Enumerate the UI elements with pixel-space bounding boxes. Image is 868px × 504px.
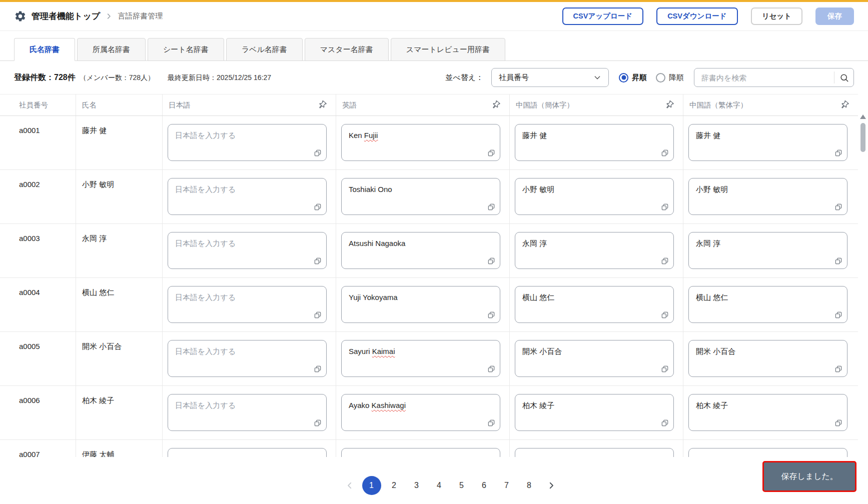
expand-icon[interactable]: [314, 149, 322, 157]
english-value: Toshiaki Ono: [349, 185, 392, 194]
column-name: 氏名: [76, 94, 163, 116]
chinese-traditional-value: 小野 敏明: [696, 185, 728, 194]
expand-icon[interactable]: [487, 311, 495, 319]
page-prev-icon[interactable]: [341, 476, 359, 494]
japanese-textbox[interactable]: 日本語を入力する: [168, 124, 327, 161]
page-button-1[interactable]: 1: [362, 476, 381, 495]
english-textbox[interactable]: Ken Fujii: [341, 124, 500, 161]
tab-master-dictionary[interactable]: マスター名辞書: [305, 38, 389, 61]
chinese-traditional-textbox[interactable]: 永岡 淳: [688, 232, 847, 269]
expand-icon[interactable]: [661, 419, 669, 427]
expand-icon[interactable]: [834, 149, 842, 157]
tab-label-dictionary[interactable]: ラベル名辞書: [226, 38, 303, 61]
japanese-textbox[interactable]: 日本語を入力する: [168, 178, 327, 215]
pin-icon[interactable]: [318, 100, 327, 110]
save-button[interactable]: 保存: [815, 8, 854, 25]
csv-upload-button[interactable]: CSVアップロード: [562, 8, 644, 25]
scrollbar[interactable]: [859, 112, 867, 458]
expand-icon[interactable]: [314, 365, 322, 373]
tab-smart-review-dictionary[interactable]: スマートレビュー用辞書: [391, 38, 505, 61]
expand-icon[interactable]: [314, 257, 322, 265]
expand-icon[interactable]: [314, 311, 322, 319]
japanese-textbox[interactable]: [168, 448, 327, 457]
expand-icon[interactable]: [487, 365, 495, 373]
expand-icon[interactable]: [834, 311, 842, 319]
pin-icon[interactable]: [491, 100, 500, 110]
english-textbox[interactable]: [341, 448, 500, 457]
chinese-simplified-textbox[interactable]: 柏木 綾子: [515, 394, 674, 431]
expand-icon[interactable]: [487, 257, 495, 265]
expand-icon[interactable]: [314, 203, 322, 211]
page-button-8[interactable]: 8: [520, 476, 539, 495]
pin-icon[interactable]: [840, 100, 849, 110]
chinese-traditional-textbox[interactable]: 横山 悠仁: [688, 286, 847, 323]
chinese-traditional-textbox[interactable]: 藤井 健: [688, 124, 847, 161]
search-icon[interactable]: [834, 73, 853, 82]
sort-select[interactable]: 社員番号: [491, 68, 609, 87]
chinese-simplified-textbox[interactable]: 藤井 健: [515, 124, 674, 161]
chinese-simplified-textbox[interactable]: 永岡 淳: [515, 232, 674, 269]
japanese-placeholder: 日本語を入力する: [175, 347, 236, 356]
japanese-cell: 日本語を入力する: [163, 116, 336, 170]
english-text: Ayako: [349, 401, 372, 410]
radio-descending[interactable]: 降順: [656, 73, 684, 82]
english-textbox[interactable]: Atsushi Nagaoka: [341, 232, 500, 269]
japanese-textbox[interactable]: 日本語を入力する: [168, 232, 327, 269]
chevron-down-icon: [593, 74, 601, 82]
english-textbox[interactable]: Ayako Kashiwagi: [341, 394, 500, 431]
page-next-icon[interactable]: [542, 476, 560, 494]
expand-icon[interactable]: [487, 203, 495, 211]
english-textbox[interactable]: Toshiaki Ono: [341, 178, 500, 215]
expand-icon[interactable]: [661, 365, 669, 373]
expand-icon[interactable]: [661, 149, 669, 157]
employee-name: 開米 小百合: [76, 332, 163, 386]
chinese-simplified-textbox[interactable]: 開米 小百合: [515, 340, 674, 377]
radio-ascending[interactable]: 昇順: [619, 73, 647, 82]
scrollbar-thumb[interactable]: [860, 123, 865, 152]
pin-icon[interactable]: [665, 100, 674, 110]
ascending-label: 昇順: [632, 73, 647, 82]
chinese-traditional-value: 横山 悠仁: [696, 293, 728, 302]
japanese-placeholder: 日本語を入力する: [175, 131, 236, 140]
chinese-simplified-textbox[interactable]: 横山 悠仁: [515, 286, 674, 323]
japanese-textbox[interactable]: 日本語を入力する: [168, 340, 327, 377]
japanese-textbox[interactable]: 日本語を入力する: [168, 286, 327, 323]
page-button-2[interactable]: 2: [385, 476, 404, 495]
tab-name-dictionary[interactable]: 氏名辞書: [14, 38, 75, 61]
chinese-traditional-textbox[interactable]: [688, 448, 847, 457]
expand-icon[interactable]: [834, 257, 842, 265]
chinese-simplified-textbox[interactable]: [515, 448, 674, 457]
page-button-4[interactable]: 4: [430, 476, 449, 495]
english-textbox[interactable]: Sayuri Kaimai: [341, 340, 500, 377]
expand-icon[interactable]: [834, 203, 842, 211]
csv-download-button[interactable]: CSVダウンロード: [656, 8, 738, 25]
expand-icon[interactable]: [487, 149, 495, 157]
page-button-3[interactable]: 3: [407, 476, 426, 495]
page-button-7[interactable]: 7: [497, 476, 516, 495]
english-textbox[interactable]: Yuji Yokoyama: [341, 286, 500, 323]
chinese-traditional-cell: [683, 440, 858, 457]
search-input[interactable]: [694, 74, 834, 82]
expand-icon[interactable]: [661, 257, 669, 265]
expand-icon[interactable]: [661, 203, 669, 211]
reset-button[interactable]: リセット: [751, 8, 802, 25]
chinese-traditional-textbox[interactable]: 開米 小百合: [688, 340, 847, 377]
scroll-up-icon[interactable]: [860, 114, 866, 119]
chinese-simplified-textbox[interactable]: 小野 敏明: [515, 178, 674, 215]
chinese-traditional-textbox[interactable]: 小野 敏明: [688, 178, 847, 215]
tab-department-dictionary[interactable]: 所属名辞書: [77, 38, 146, 61]
expand-icon[interactable]: [834, 365, 842, 373]
japanese-textbox[interactable]: 日本語を入力する: [168, 394, 327, 431]
japanese-placeholder: 日本語を入力する: [175, 185, 236, 194]
page-button-6[interactable]: 6: [475, 476, 494, 495]
tab-sheet-dictionary[interactable]: シート名辞書: [148, 38, 224, 61]
expand-icon[interactable]: [314, 419, 322, 427]
chinese-traditional-textbox[interactable]: 柏木 綾子: [688, 394, 847, 431]
page-button-5[interactable]: 5: [452, 476, 471, 495]
expand-icon[interactable]: [834, 419, 842, 427]
breadcrumb-root[interactable]: 管理者機能トップ: [32, 10, 100, 22]
chinese-simplified-value: 永岡 淳: [522, 239, 547, 248]
expand-icon[interactable]: [661, 311, 669, 319]
column-japanese-label: 日本語: [169, 100, 191, 110]
expand-icon[interactable]: [487, 419, 495, 427]
